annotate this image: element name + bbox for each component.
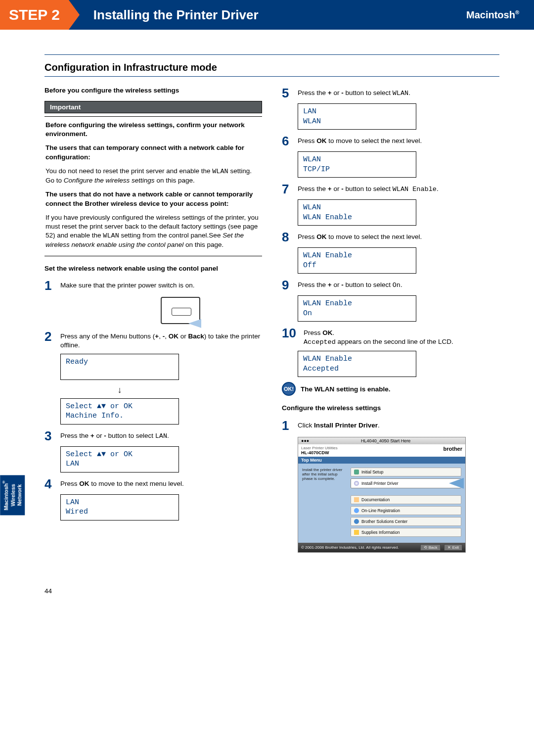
subsection-head: Configure the wireless settings [282, 404, 499, 413]
step-number: 10 [282, 327, 304, 347]
lcd-display: Select ▲▼ or OK Machine Info. [60, 398, 179, 425]
title-bar: Installing the Printer Driver Macintosh® [69, 0, 534, 30]
step-number: 8 [282, 231, 298, 243]
step-4: 4 Press OK to move to the next menu leve… [44, 477, 262, 490]
step-text: Press OK to move to select the next leve… [298, 135, 422, 147]
important-label: Important [44, 101, 262, 113]
side-tab: Macintosh®WirelessNetwork [0, 475, 25, 515]
lcd-display: Ready [60, 354, 179, 380]
lcd-display: WLAN TCP/IP [298, 151, 416, 178]
config-step-1: 1 Click Install Printer Driver. [282, 419, 499, 432]
ok-text: The WLAN setting is enable. [301, 385, 391, 393]
exit-button[interactable]: ✕ Exit [444, 544, 462, 551]
ss-menu-item[interactable]: Initial Setup [351, 468, 461, 476]
cd-icon [354, 481, 359, 486]
subsection-head: Before you configure the wireless settin… [44, 87, 262, 94]
step-text: Press the + or - button to select On. [298, 279, 402, 291]
step-text: Press the + or - button to select WLAN. [298, 87, 410, 99]
step-text: Press OK to move to select the next leve… [298, 231, 422, 243]
step-8: 8 Press OK to move to select the next le… [282, 231, 499, 243]
right-column: 5 Press the + or - button to select WLAN… [282, 87, 499, 553]
step-badge: STEP 2 [0, 0, 69, 30]
lcd-display: LAN WLAN [298, 103, 416, 130]
step-number: 4 [44, 477, 60, 490]
step-text: Press any of the Menu buttons (+, -, OK … [60, 330, 262, 350]
lcd-display: WLAN Enable Off [298, 247, 416, 274]
step-text: Press OK to move to the next menu level. [60, 477, 184, 490]
step-text: Make sure that the printer power switch … [60, 279, 195, 292]
ss-topmenu: Top Menu [298, 457, 465, 464]
step-number: 1 [282, 419, 298, 432]
step-10: 10 Press OK.Accepted appears on the seco… [282, 327, 499, 347]
lcd-display: WLAN Enable On [298, 295, 416, 322]
down-arrow-icon: ↓ [60, 385, 179, 395]
platform-label: Macintosh® [466, 9, 519, 21]
installer-screenshot: ●●● HL4040_4050 Start Here Laser Printer… [298, 437, 466, 553]
step-number: 5 [282, 87, 298, 99]
power-switch-illustration [161, 297, 200, 324]
section-title: Configuration in Infrastructure mode [44, 62, 499, 73]
info-icon [354, 530, 359, 535]
step-text: Click Install Printer Driver. [298, 419, 380, 432]
ss-description: Install the printer driver after the ini… [302, 468, 347, 539]
ss-footer: © 2001-2006 Brother Industries, Ltd. All… [298, 543, 465, 552]
step-1: 1 Make sure that the printer power switc… [44, 279, 262, 292]
step-text: Press the + or - button to select WLAN E… [298, 183, 439, 195]
step-2: 2 Press any of the Menu buttons (+, -, O… [44, 330, 262, 350]
divider [44, 76, 499, 77]
left-column: Before you configure the wireless settin… [44, 87, 262, 553]
important-body: Before configuring the wireless settings… [44, 116, 262, 256]
step-6: 6 Press OK to move to select the next le… [282, 135, 499, 147]
step-3: 3 Press the + or - button to select LAN. [44, 429, 262, 442]
ss-header: Laser Printer Utilities HL-4070CDW broth… [298, 444, 465, 457]
step-number: 9 [282, 279, 298, 291]
ss-menu-item[interactable]: On-Line Registration [351, 506, 461, 515]
step-number: 6 [282, 135, 298, 147]
ok-badge-icon: OK! [282, 382, 296, 396]
pointer-arrow-icon [449, 478, 464, 489]
subsection-head: Set the wireless network enable using th… [44, 264, 262, 273]
ss-menu-item[interactable]: Documentation [351, 495, 461, 504]
step-number: 1 [44, 279, 60, 292]
step-7: 7 Press the + or - button to select WLAN… [282, 183, 499, 195]
ss-titlebar: ●●● HL4040_4050 Start Here [298, 437, 465, 444]
page-header: STEP 2 Installing the Printer Driver Mac… [0, 0, 534, 30]
step-text: Press the + or - button to select LAN. [60, 429, 169, 442]
step-number: 7 [282, 183, 298, 195]
step-5: 5 Press the + or - button to select WLAN… [282, 87, 499, 99]
wrench-icon [354, 470, 359, 474]
page-number: 44 [0, 572, 534, 610]
divider [44, 54, 499, 55]
ss-menu-item[interactable]: Brother Solutions Center [351, 517, 461, 526]
ss-menu-item-install[interactable]: Install Printer Driver ▸ [351, 478, 461, 488]
document-icon [354, 497, 359, 502]
step-text: Press OK.Accepted appears on the second … [304, 327, 453, 347]
step-number: 3 [44, 429, 60, 442]
document-title: Installing the Printer Driver [93, 7, 259, 23]
ok-confirmation: OK! The WLAN setting is enable. [282, 382, 499, 396]
lcd-display: WLAN Enable Accepted [298, 351, 416, 377]
step-number: 2 [44, 330, 60, 350]
globe-icon [354, 508, 359, 513]
lcd-display: Select ▲▼ or OK LAN [60, 446, 179, 472]
brand-logo: brother [444, 446, 463, 455]
back-button[interactable]: ⟲ Back [420, 544, 441, 551]
ss-menu-item[interactable]: Supplies Information [351, 528, 461, 537]
step-9: 9 Press the + or - button to select On. [282, 279, 499, 291]
help-icon [354, 519, 359, 524]
lcd-display: LAN Wired [60, 494, 179, 520]
lcd-display: WLAN WLAN Enable [298, 199, 416, 226]
